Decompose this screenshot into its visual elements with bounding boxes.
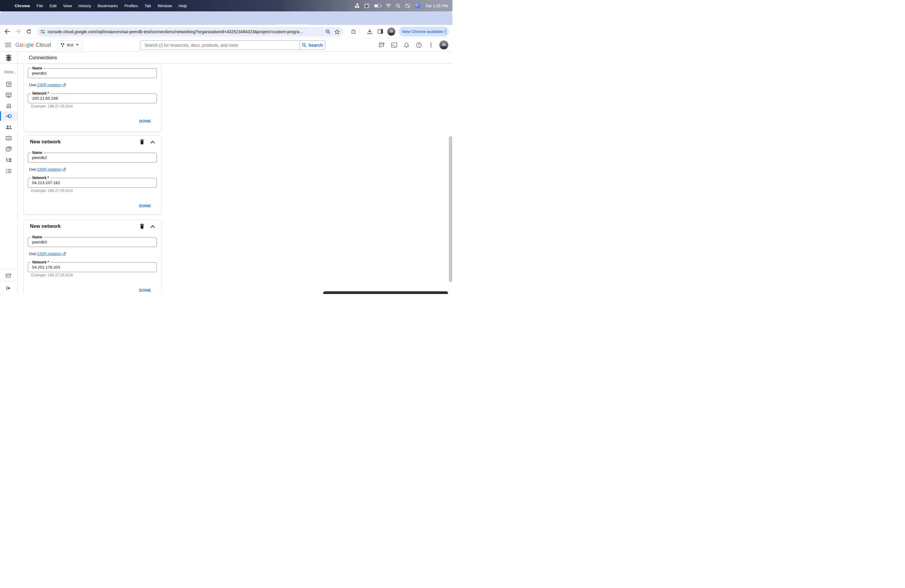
- page-scrollbar-thumb[interactable]: [449, 136, 452, 282]
- external-link-icon: [62, 168, 66, 171]
- sidebar-item-overview[interactable]: [0, 79, 17, 89]
- menu-window[interactable]: Window: [154, 3, 175, 8]
- menu-tab[interactable]: Tab: [141, 3, 154, 8]
- zoom-out-icon[interactable]: [325, 29, 330, 34]
- side-panel-button[interactable]: [376, 27, 384, 36]
- sidebar-section-label: PRIM...: [5, 70, 16, 74]
- backups-icon: [6, 146, 12, 151]
- menu-chrome[interactable]: Chrome: [11, 3, 33, 8]
- done-button[interactable]: DONE: [139, 203, 151, 208]
- done-button[interactable]: DONE: [139, 119, 151, 123]
- menu-edit[interactable]: Edit: [46, 3, 60, 8]
- menu-history[interactable]: History: [75, 3, 94, 8]
- sidebar-item-backups[interactable]: [0, 144, 17, 154]
- sidebar-item-replicas[interactable]: [0, 155, 17, 164]
- network-input[interactable]: Network * 54.213.107.162: [28, 178, 157, 188]
- product-bar: [0, 52, 452, 64]
- menubar-app-icon[interactable]: [364, 3, 369, 8]
- sidebar-divider: [0, 281, 17, 281]
- network-card-peerdb1: Name peerdb1 Use CIDR notation Network *…: [24, 64, 161, 132]
- sidebar-item-query-insights[interactable]: [0, 101, 17, 110]
- cloud-shell-icon[interactable]: [390, 43, 398, 48]
- sidebar-item-users[interactable]: [0, 123, 17, 132]
- external-link-icon: [62, 252, 66, 256]
- reload-button[interactable]: [25, 27, 33, 36]
- collapse-chevron-icon[interactable]: [151, 225, 155, 228]
- page-title: Connections: [29, 55, 57, 61]
- omnibox-url-bar[interactable]: console.cloud.google.com/sql/instances/s…: [37, 27, 343, 37]
- connections-icon: [5, 113, 12, 119]
- replicas-icon: [6, 157, 12, 162]
- gcp-more-kebab-icon[interactable]: [427, 43, 435, 48]
- sidebar-collapse-button[interactable]: [0, 283, 17, 293]
- menu-view[interactable]: View: [60, 3, 75, 8]
- control-center-icon[interactable]: [405, 4, 410, 8]
- delete-network-trash-icon[interactable]: [140, 139, 144, 145]
- cloud-sql-product-icon: [5, 54, 12, 61]
- name-input[interactable]: Name peerdb3: [28, 237, 157, 247]
- network-input[interactable]: Network * 54.201.178.203: [28, 262, 157, 272]
- cidr-notation-link[interactable]: CIDR notation: [37, 167, 61, 172]
- network-card-peerdb2: New network Name peerdb2 Use CIDR notati…: [24, 136, 161, 215]
- help-icon[interactable]: ?: [415, 42, 422, 48]
- menu-bookmarks[interactable]: Bookmarks: [94, 3, 121, 8]
- name-input[interactable]: Name peerdb1: [28, 68, 157, 78]
- name-field-label: Name: [31, 66, 44, 70]
- name-input[interactable]: Name peerdb2: [28, 153, 157, 162]
- svg-text:?: ?: [418, 43, 419, 47]
- bookmark-star-icon[interactable]: [335, 29, 340, 35]
- menu-help[interactable]: Help: [175, 3, 190, 8]
- menubar-clock[interactable]: Sat 1:25 PM: [426, 3, 448, 8]
- gcp-account-avatar[interactable]: [439, 40, 448, 49]
- extensions-puzzle-icon[interactable]: [349, 27, 358, 36]
- sidebar-item-connections[interactable]: [0, 111, 17, 121]
- downloads-button[interactable]: [365, 27, 374, 36]
- menu-file[interactable]: File: [33, 3, 46, 8]
- google-cloud-logo[interactable]: Google Cloud: [15, 41, 51, 48]
- stats-widget-icon[interactable]: [355, 3, 359, 8]
- browser-profile-avatar[interactable]: [387, 27, 395, 36]
- site-settings-tune-icon[interactable]: [40, 30, 45, 34]
- sidebar-item-system-insights[interactable]: [0, 91, 17, 100]
- cidr-notation-link[interactable]: CIDR notation: [37, 83, 61, 87]
- network-helper-text: Example: 199.27.25.0/24: [31, 189, 73, 193]
- gcp-search-bar: Search: [140, 40, 325, 50]
- forward-button[interactable]: [14, 27, 22, 36]
- siri-icon[interactable]: [415, 3, 420, 8]
- project-picker-button[interactable]: test: [57, 40, 82, 49]
- delete-network-trash-icon[interactable]: [140, 224, 144, 229]
- network-helper-text: Example: 199.27.25.0/24: [31, 273, 73, 277]
- network-field-label: Network *: [31, 260, 50, 264]
- url-text[interactable]: console.cloud.google.com/sql/instances/s…: [48, 29, 325, 34]
- network-field-label: Network *: [31, 176, 50, 180]
- spotlight-icon[interactable]: [396, 3, 400, 8]
- browser-menu-kebab-icon[interactable]: [445, 30, 446, 34]
- sidebar-item-databases[interactable]: [0, 133, 17, 143]
- chrome-update-chip[interactable]: New Chrome available: [399, 27, 449, 37]
- expand-panel-icon: [6, 286, 11, 290]
- chrome-toolbar: console.cloud.google.com/sql/instances/s…: [0, 25, 452, 38]
- battery-icon[interactable]: [374, 4, 381, 8]
- done-button[interactable]: DONE: [139, 288, 151, 292]
- back-button[interactable]: [3, 27, 11, 36]
- sidebar-divider: [0, 269, 17, 269]
- gcp-search-button[interactable]: Search: [300, 40, 325, 50]
- users-icon: [6, 125, 12, 130]
- wifi-icon[interactable]: [386, 3, 391, 8]
- menu-profiles[interactable]: Profiles: [121, 3, 141, 8]
- cidr-notation-link[interactable]: CIDR notation: [37, 251, 61, 256]
- gcp-nav-menu-button[interactable]: [5, 43, 11, 47]
- collapse-chevron-icon[interactable]: [151, 141, 155, 143]
- cidr-row: Use CIDR notation: [29, 167, 66, 172]
- macos-dock-edge[interactable]: [323, 291, 448, 294]
- gcp-search-input[interactable]: [140, 40, 300, 50]
- network-card-peerdb3: New network Name peerdb3 Use CIDR notati…: [24, 220, 161, 294]
- operations-icon: [6, 169, 12, 173]
- sidebar-item-release-notes[interactable]: [0, 271, 17, 281]
- release-notes-icon[interactable]: [378, 42, 386, 48]
- sidebar-nav: PRIM...: [0, 64, 17, 294]
- sidebar-item-operations[interactable]: [0, 167, 17, 176]
- notifications-bell-icon[interactable]: [403, 42, 410, 48]
- network-input[interactable]: Network * 100.21.65.249: [28, 94, 157, 103]
- name-field-label: Name: [31, 151, 44, 155]
